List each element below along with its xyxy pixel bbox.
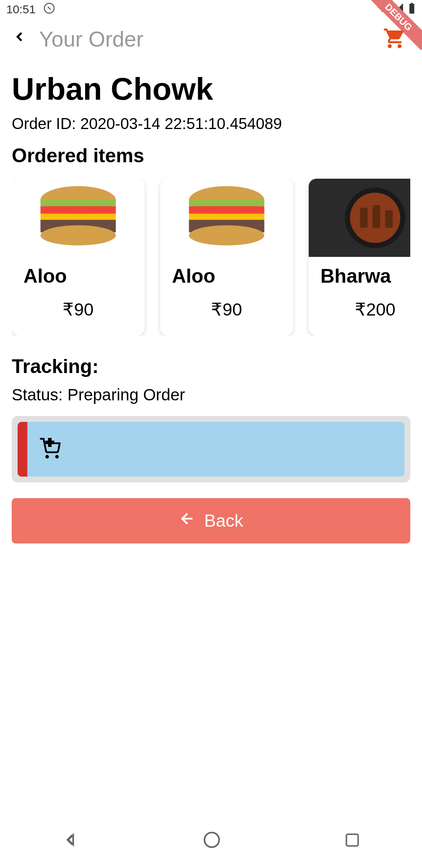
item-image bbox=[12, 179, 145, 257]
svg-rect-5 bbox=[41, 206, 116, 213]
tracking-title: Tracking: bbox=[12, 355, 410, 378]
svg-rect-23 bbox=[347, 834, 358, 846]
svg-rect-12 bbox=[189, 214, 265, 220]
svg-rect-17 bbox=[360, 208, 367, 228]
items-list[interactable]: Aloo ₹90 Aloo ₹90 bbox=[12, 179, 410, 335]
restaurant-name: Urban Chowk bbox=[12, 71, 410, 107]
status-time: 10:51 bbox=[6, 3, 36, 16]
item-price: ₹200 bbox=[309, 299, 410, 320]
tracking-status: Status: Preparing Order bbox=[12, 386, 410, 404]
order-id: Order ID: 2020-03-14 22:51:10.454089 bbox=[12, 115, 410, 133]
item-image bbox=[309, 179, 410, 257]
svg-rect-19 bbox=[385, 210, 393, 228]
header: Your Order bbox=[0, 19, 422, 59]
item-name: Aloo bbox=[12, 257, 145, 295]
item-name: Aloo bbox=[160, 257, 293, 295]
content: Urban Chowk Order ID: 2020-03-14 22:51:1… bbox=[0, 59, 422, 555]
svg-point-22 bbox=[205, 832, 220, 847]
svg-rect-4 bbox=[41, 200, 116, 206]
svg-rect-6 bbox=[41, 214, 116, 220]
svg-rect-11 bbox=[189, 206, 265, 213]
page-title: Your Order bbox=[39, 27, 143, 52]
back-arrow-icon bbox=[179, 510, 196, 532]
ordered-items-title: Ordered items bbox=[12, 144, 410, 167]
back-button-label: Back bbox=[204, 511, 243, 531]
back-button[interactable]: Back bbox=[12, 498, 410, 543]
item-price: ₹90 bbox=[12, 299, 145, 320]
svg-point-8 bbox=[41, 225, 116, 245]
status-bar: 10:51 bbox=[0, 0, 422, 19]
dnd-icon bbox=[43, 2, 55, 17]
cart-add-icon bbox=[39, 438, 61, 461]
item-name: Bharwa bbox=[309, 257, 410, 295]
progress-container bbox=[12, 416, 410, 482]
svg-point-14 bbox=[189, 225, 265, 245]
svg-point-20 bbox=[46, 456, 48, 457]
nav-bar bbox=[0, 813, 422, 868]
svg-rect-10 bbox=[189, 200, 265, 206]
nav-back-icon[interactable] bbox=[61, 830, 80, 851]
nav-recent-icon[interactable] bbox=[343, 831, 361, 850]
item-price: ₹90 bbox=[160, 299, 293, 320]
item-card[interactable]: Bharwa ₹200 bbox=[309, 179, 410, 335]
item-image bbox=[160, 179, 293, 257]
progress-bar bbox=[18, 422, 404, 477]
back-chevron-icon[interactable] bbox=[12, 27, 27, 51]
nav-home-icon[interactable] bbox=[202, 830, 222, 851]
item-card[interactable]: Aloo ₹90 bbox=[12, 179, 145, 335]
svg-point-21 bbox=[56, 456, 58, 457]
svg-rect-18 bbox=[373, 205, 380, 228]
progress-segment bbox=[18, 422, 27, 477]
cart-icon[interactable] bbox=[383, 27, 406, 52]
item-card[interactable]: Aloo ₹90 bbox=[160, 179, 293, 335]
